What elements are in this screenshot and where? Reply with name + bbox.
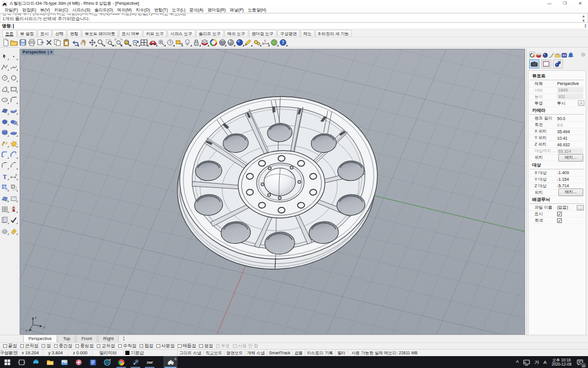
chamfer-edge-icon[interactable]	[10, 151, 18, 159]
osnap-checkbox[interactable]	[233, 344, 237, 348]
chrome-taskbar-icon[interactable]	[114, 356, 128, 368]
viewport-title-menu-arrow[interactable]: ▼	[49, 51, 53, 54]
osnap-item[interactable]: 끝점	[3, 343, 17, 349]
tray-chevron[interactable]: ^	[514, 360, 521, 365]
toolbar-tab[interactable]: 6 버전의 새 기능	[315, 30, 352, 37]
menu-item[interactable]: 편집(E)	[20, 7, 38, 13]
toolbar-tab[interactable]: 표시 여부	[119, 30, 143, 37]
copy-view-icon[interactable]	[36, 38, 45, 47]
new-file-icon[interactable]	[1, 38, 10, 47]
menu-item[interactable]: 렌더링(R)	[206, 7, 228, 13]
lens-page-button[interactable]	[553, 59, 563, 68]
open-folder-icon[interactable]	[10, 38, 19, 47]
command-history-scrollbar[interactable]: ▲▼	[580, 14, 587, 23]
web-panel-tab-icon[interactable]	[561, 52, 567, 58]
arc-icon[interactable]	[1, 85, 9, 93]
pencil-render-icon[interactable]	[244, 38, 253, 47]
curve-chamfer-icon[interactable]	[10, 162, 18, 169]
toolbar-tab[interactable]: 뷰포트 레이아웃	[82, 30, 118, 37]
cursor-icon[interactable]	[1, 52, 9, 60]
toolbar-tab[interactable]: 표시	[37, 30, 52, 37]
ellipse-icon[interactable]	[1, 96, 9, 104]
panel-row-browse-button[interactable]: ...	[577, 205, 584, 210]
dimension-icon[interactable]	[10, 172, 18, 180]
toolbar-tab[interactable]: 메쉬 도구	[225, 30, 248, 37]
status-toggle[interactable]: 직교모드	[204, 350, 225, 356]
osnap-checkbox[interactable]	[97, 344, 101, 348]
explorer-taskbar-icon[interactable]	[43, 356, 57, 368]
menu-item[interactable]: 메쉬(M)	[115, 7, 134, 13]
close-button[interactable]: ✕	[573, 0, 588, 7]
paint-taskbar-icon[interactable]	[71, 356, 86, 368]
menu-item[interactable]: 솔리드(O)	[93, 7, 115, 13]
history-clock-icon[interactable]	[166, 38, 175, 47]
osnap-checkbox[interactable]	[156, 344, 160, 348]
four-viewports-icon[interactable]	[140, 38, 149, 47]
stone-gray-icon[interactable]	[1, 227, 9, 235]
minimize-button[interactable]: —	[542, 0, 557, 7]
panel-row-value[interactable]: 931	[557, 94, 583, 99]
viewport-rect-page-button[interactable]	[541, 59, 551, 68]
delete-x-icon[interactable]	[45, 38, 53, 47]
properties-tab-icon[interactable]	[529, 52, 535, 58]
zoom-dynamic-icon[interactable]	[97, 38, 106, 47]
toolbar-tab[interactable]: 제도	[301, 30, 315, 37]
osnap-checkbox[interactable]	[20, 344, 24, 348]
osnap-checkbox[interactable]	[3, 344, 7, 348]
cplane-button[interactable]: 구성평면	[0, 350, 18, 356]
surface-sweep-icon[interactable]	[10, 107, 18, 115]
rectangle-icon[interactable]	[10, 85, 18, 93]
ie-taskbar-icon[interactable]	[100, 356, 114, 368]
text-tool-icon[interactable]	[1, 172, 9, 180]
polyline-icon[interactable]	[1, 63, 9, 71]
fillet-edge-icon[interactable]	[1, 151, 9, 159]
task-view-taskbar-icon[interactable]	[14, 356, 29, 368]
ime-korean-indicator[interactable]: 가	[532, 359, 541, 366]
view-undo-icon[interactable]	[131, 38, 140, 47]
panel-row-button[interactable]: 배치...	[558, 154, 583, 162]
osnap-checkbox[interactable]	[140, 344, 144, 348]
ime-english-indicator[interactable]: A	[541, 360, 548, 365]
panel-row-value[interactable]: 10.41	[557, 136, 568, 140]
osnap-item[interactable]: 투영	[216, 343, 230, 349]
save-icon[interactable]	[18, 38, 27, 47]
check-mark-icon[interactable]	[10, 216, 18, 224]
toolbar-tab[interactable]: 선택	[52, 30, 67, 37]
surface-trim-icon[interactable]	[1, 194, 9, 202]
panel-row-value[interactable]: -1.154	[557, 177, 569, 181]
viewport-canvas[interactable]: zyx	[20, 49, 525, 335]
globe-green-icon[interactable]	[270, 38, 279, 47]
panel-row-value[interactable]: 46.932	[557, 143, 570, 147]
array-icon[interactable]	[1, 184, 9, 191]
status-toggle[interactable]: SmartTrack	[267, 350, 293, 356]
solid-box-icon[interactable]	[1, 118, 9, 125]
sphere-blue-icon[interactable]	[235, 38, 244, 47]
start-taskbar-icon[interactable]	[0, 356, 14, 368]
clamp-red-icon[interactable]	[10, 205, 18, 213]
named-view-car-icon[interactable]	[148, 38, 157, 47]
menu-item[interactable]: 변형(T)	[152, 7, 170, 13]
menu-item[interactable]: 커브(C)	[52, 7, 71, 13]
units-cell[interactable]: 밀리미터	[93, 350, 124, 356]
status-toggle[interactable]: 검볼	[293, 350, 305, 356]
circle-icon[interactable]	[1, 74, 9, 82]
panel-row-checkbox[interactable]	[557, 212, 562, 216]
boolean-union-icon[interactable]	[10, 118, 18, 125]
layers-shield-icon[interactable]	[201, 38, 210, 47]
osnap-item[interactable]: 중간점	[54, 343, 72, 349]
panel-gear-icon[interactable]	[580, 52, 586, 58]
gears-gold-icon[interactable]	[252, 38, 261, 47]
menu-item[interactable]: 뷰(V)	[38, 7, 52, 13]
edge-taskbar-icon[interactable]	[29, 356, 43, 368]
status-toggle[interactable]: 개체 스냅	[245, 350, 267, 356]
point-grid-icon[interactable]	[1, 205, 9, 213]
copy-icon[interactable]	[53, 38, 62, 47]
print-icon[interactable]	[27, 38, 36, 47]
toolbar-tab[interactable]: 구성평면	[277, 30, 300, 37]
panel-row-value[interactable]: 65.324	[557, 149, 583, 154]
layer-state-icon[interactable]	[175, 38, 184, 47]
explode-icon[interactable]	[10, 140, 18, 147]
display-tab-icon[interactable]	[542, 52, 548, 58]
osnap-checkbox[interactable]	[118, 344, 122, 348]
osnap-item[interactable]: 사분점	[156, 343, 175, 349]
